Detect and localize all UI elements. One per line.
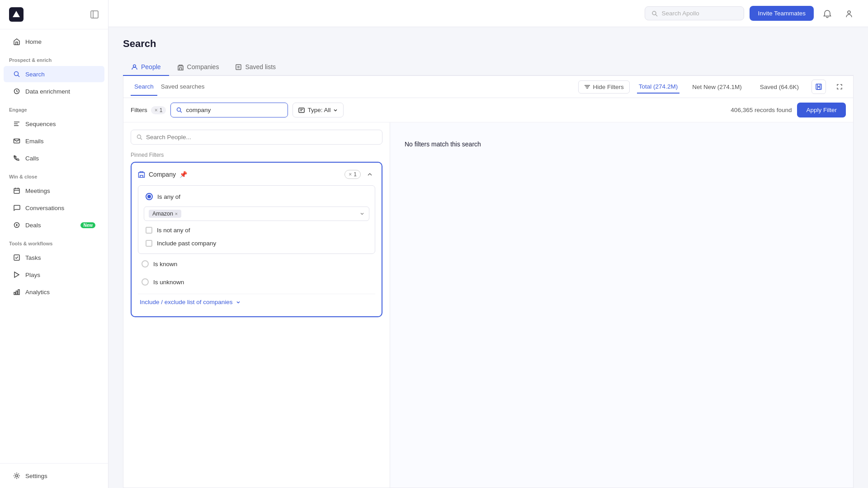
sidebar-item-conversations[interactable]: Conversations — [4, 200, 104, 216]
svg-line-3 — [18, 75, 20, 77]
radio-circle-is-unknown — [142, 278, 149, 286]
company-filter-header: Company 📌 × 1 — [138, 169, 375, 180]
sidebar-item-deals[interactable]: Deals New — [4, 217, 104, 233]
svg-rect-22 — [236, 65, 241, 70]
svg-rect-14 — [16, 291, 18, 295]
settings-icon — [13, 472, 21, 480]
filters-count-x-icon[interactable]: × — [155, 107, 158, 113]
svg-point-33 — [137, 135, 141, 139]
people-tab-icon — [131, 64, 138, 70]
filters-label: Filters — [131, 107, 147, 113]
svg-point-16 — [16, 475, 18, 477]
sidebar-item-analytics[interactable]: Analytics — [4, 284, 104, 300]
enrichment-icon — [13, 87, 21, 95]
filter-search-input[interactable] — [186, 107, 282, 113]
sidebar-item-plays[interactable]: Plays — [4, 267, 104, 283]
radio-is-any-of[interactable]: Is any of — [144, 189, 369, 204]
save-list-icon-button[interactable] — [811, 80, 826, 94]
company-filter-building-icon — [138, 171, 145, 178]
svg-rect-28 — [816, 84, 821, 89]
checkbox-is-not-any-of[interactable]: Is not any of — [144, 224, 369, 237]
sidebar-item-label: Plays — [25, 272, 40, 278]
sidebar-item-label: Home — [25, 38, 42, 45]
search-people-icon — [137, 134, 142, 140]
svg-rect-13 — [14, 292, 15, 295]
sequences-icon — [13, 120, 21, 128]
checkbox-include-past-box — [146, 240, 152, 247]
sidebar-item-sequences[interactable]: Sequences — [4, 116, 104, 132]
search-people-bar[interactable] — [131, 130, 382, 145]
saved-label: Saved (64.6K) — [760, 84, 799, 90]
company-filter-count-x[interactable]: × — [349, 171, 352, 178]
svg-rect-6 — [14, 188, 19, 193]
apply-filter-button[interactable]: Apply Filter — [797, 103, 846, 117]
amazon-tag-remove[interactable]: × — [175, 211, 178, 216]
sidebar-item-emails[interactable]: Emails — [4, 133, 104, 149]
svg-line-34 — [141, 138, 142, 140]
subtab-saved-searches[interactable]: Saved searches — [157, 78, 208, 96]
sidebar-item-meetings[interactable]: Meetings — [4, 183, 104, 199]
hide-filters-button[interactable]: Hide Filters — [578, 80, 630, 94]
global-search-placeholder: Search Apollo — [661, 10, 699, 17]
saved-tab[interactable]: Saved (64.6K) — [758, 81, 801, 93]
svg-line-18 — [656, 14, 657, 16]
sidebar-toggle-icon[interactable] — [90, 10, 99, 19]
sidebar-item-label: Data enrichment — [25, 88, 70, 95]
profile-icon-button[interactable] — [841, 5, 857, 22]
radio-is-unknown[interactable]: Is unknown — [138, 274, 375, 290]
hide-filters-label: Hide Filters — [593, 84, 624, 90]
tab-companies[interactable]: Companies — [169, 59, 227, 76]
expand-icon-button[interactable] — [833, 80, 846, 93]
checkbox-include-past-company[interactable]: Include past company — [144, 237, 369, 250]
radio-is-known[interactable]: Is known — [138, 256, 375, 272]
search-icon — [13, 70, 21, 78]
sidebar-item-label: Emails — [25, 138, 44, 145]
radio-is-unknown-label: Is unknown — [153, 279, 184, 286]
invite-teammates-button[interactable]: Invite Teammates — [750, 6, 814, 21]
filter-search-box[interactable] — [170, 103, 288, 117]
page-content: Search People Companies Saved lists — [108, 27, 868, 488]
topbar: Search Apollo Invite Teammates — [108, 0, 868, 27]
subtab-search[interactable]: Search — [131, 78, 157, 96]
company-filter-count-num: 1 — [354, 171, 357, 178]
sidebar-item-settings[interactable]: Settings — [4, 468, 104, 484]
tab-companies-label: Companies — [187, 63, 219, 70]
company-filter-collapse-button[interactable] — [364, 169, 375, 180]
tab-people[interactable]: People — [123, 59, 169, 76]
tab-saved-lists-label: Saved lists — [245, 63, 276, 70]
sidebar-item-label: Deals — [25, 222, 41, 229]
meetings-icon — [13, 187, 21, 195]
radio-is-known-label: Is known — [153, 261, 177, 267]
sidebar-item-data-enrichment[interactable]: Data enrichment — [4, 83, 104, 99]
company-filter-card: Company 📌 × 1 — [131, 162, 382, 317]
sidebar-item-calls[interactable]: Calls — [4, 150, 104, 166]
include-exclude-label: Include / exclude list of companies — [140, 299, 233, 305]
tab-saved-lists[interactable]: Saved lists — [227, 59, 284, 76]
radio-circle-is-known — [142, 260, 149, 267]
svg-point-17 — [652, 11, 656, 15]
company-filter-title: Company — [149, 171, 176, 178]
deals-new-badge: New — [80, 222, 95, 228]
net-new-tab[interactable]: Net New (274.1M) — [690, 81, 744, 93]
total-tab[interactable]: Total (274.2M) — [637, 80, 679, 94]
search-people-input[interactable] — [146, 134, 377, 141]
tag-dropdown-chevron[interactable] — [360, 211, 364, 216]
deals-icon — [13, 221, 21, 229]
app-logo[interactable] — [9, 7, 24, 22]
sidebar-item-tasks[interactable]: Tasks — [4, 249, 104, 266]
tasks-icon — [13, 253, 21, 262]
sidebar: Home Prospect & enrich Search Data enric… — [0, 0, 108, 488]
global-search-bar[interactable]: Search Apollo — [645, 6, 744, 20]
sidebar-item-label: Settings — [25, 473, 47, 479]
notification-icon-button[interactable] — [819, 5, 835, 22]
include-exclude-link[interactable]: Include / exclude list of companies — [138, 294, 375, 310]
section-label-win: Win & close — [0, 167, 108, 182]
company-tag-input[interactable]: Amazon × — [144, 206, 369, 221]
sidebar-item-label: Analytics — [25, 289, 50, 296]
type-dropdown[interactable]: Type: All — [292, 103, 344, 117]
sidebar-header — [0, 0, 108, 29]
sidebar-item-home[interactable]: Home — [4, 33, 104, 50]
sidebar-item-search[interactable]: Search — [4, 66, 104, 82]
results-area: No filters match this search — [390, 122, 853, 488]
filters-count-num: 1 — [160, 107, 163, 113]
